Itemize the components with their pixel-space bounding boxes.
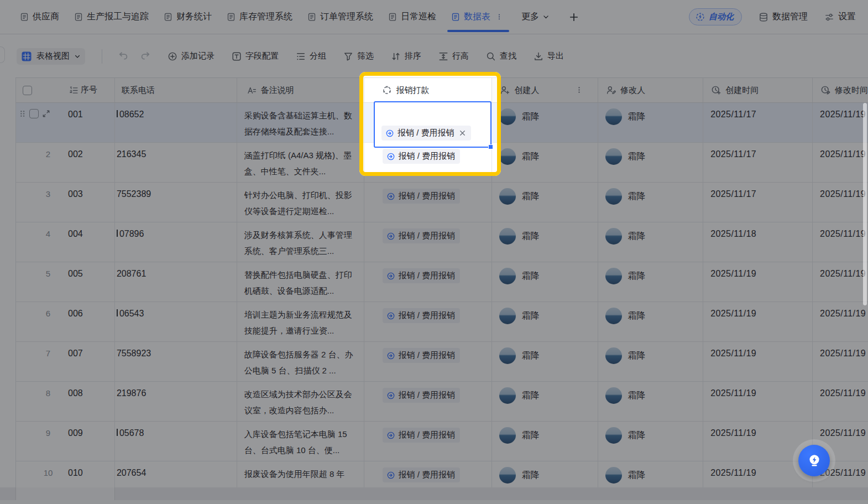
modifier-cell[interactable]: 霜降 xyxy=(598,262,703,302)
creator-cell[interactable]: 霜降 xyxy=(492,382,598,421)
row-checkbox[interactable] xyxy=(29,109,39,118)
link-record-tag[interactable]: 报销 / 费用报销 xyxy=(383,268,461,283)
field-config-button[interactable]: 字段配置 xyxy=(232,51,279,61)
data-management-button[interactable]: 数据管理 xyxy=(759,11,808,23)
expand-record-icon[interactable] xyxy=(42,110,50,118)
payment-cell[interactable]: 报销 / 费用报销 xyxy=(364,183,493,222)
settings-button[interactable]: 设置 xyxy=(824,11,856,23)
link-record-tag[interactable]: 报销 / 费用报销 xyxy=(383,467,461,482)
editor-resize-handle[interactable] xyxy=(488,144,493,149)
remark-cell[interactable]: 替换配件包括电脑硬盘、打印机硒鼓、设备电源适配... xyxy=(237,262,364,302)
modified-time-cell[interactable]: 2025/11/19 xyxy=(813,143,868,182)
created-time-cell[interactable]: 2025/11/17 xyxy=(703,183,813,222)
undo-button[interactable] xyxy=(118,51,128,61)
tab-orders[interactable]: 订单管理系统 xyxy=(307,11,373,23)
payment-cell[interactable]: 报销 / 费用报销 xyxy=(364,262,493,302)
created-time-cell[interactable]: 2025/11/19 xyxy=(703,422,813,461)
tab-finance[interactable]: 财务统计 xyxy=(164,11,212,23)
modified-time-cell[interactable]: 2025/11/19 xyxy=(813,302,868,341)
row-head-cell[interactable]: 4 004 xyxy=(16,222,115,262)
phone-cell[interactable]: 05678 xyxy=(115,422,237,461)
export-button[interactable]: 导出 xyxy=(534,51,564,61)
remark-cell[interactable]: 涉及财务核算系统、人事管理系统、客户管理系统三... xyxy=(237,222,364,262)
header-serial-column[interactable]: 序号 xyxy=(16,78,115,102)
payment-cell[interactable]: 报销 / 费用报销 xyxy=(364,143,493,182)
phone-cell[interactable]: 07896 xyxy=(115,222,237,262)
link-record-tag[interactable]: 报销 / 费用报销 xyxy=(383,388,461,403)
link-record-tag[interactable]: 报销 / 费用报销 xyxy=(383,228,461,243)
created-time-cell[interactable]: 2025/11/17 xyxy=(703,103,813,142)
modified-time-cell[interactable]: 2025/11/19 xyxy=(813,222,868,262)
phone-cell[interactable]: 7558923 xyxy=(115,342,237,381)
remark-cell[interactable]: 改造区域为技术部办公区及会议室，改造内容包括办... xyxy=(237,382,364,421)
modifier-cell[interactable]: 霜降 xyxy=(598,222,703,262)
redo-button[interactable] xyxy=(140,51,151,61)
creator-cell[interactable]: 霜降 xyxy=(492,461,598,487)
payment-cell[interactable]: 报销 / 费用报销 xyxy=(364,382,493,421)
sort-button[interactable]: 排序 xyxy=(391,51,421,61)
modifier-cell[interactable]: 霜降 xyxy=(598,103,703,142)
link-record-tag[interactable]: 报销 / 费用报销 xyxy=(383,348,461,363)
tab-supplier[interactable]: 供应商 xyxy=(20,11,59,23)
created-time-cell[interactable]: 2025/11/19 xyxy=(703,262,813,302)
remark-cell[interactable]: 针对办公电脑、打印机、投影仪等设备进行定期巡检... xyxy=(237,183,364,222)
view-switcher[interactable]: 表格视图 xyxy=(17,48,85,65)
remove-tag-icon[interactable] xyxy=(459,129,466,137)
modified-time-cell[interactable]: 2025/11/19 xyxy=(813,342,868,381)
remark-cell[interactable]: 培训主题为新业务流程规范及技能提升，邀请行业资... xyxy=(237,302,364,341)
creator-cell[interactable]: 霜降 xyxy=(492,302,598,341)
phone-cell[interactable]: 7552389 xyxy=(115,183,237,222)
tab-inspection[interactable]: 日常巡检 xyxy=(388,11,436,23)
add-table-button[interactable] xyxy=(569,12,579,22)
phone-cell[interactable]: 06543 xyxy=(115,302,237,341)
modifier-cell[interactable]: 霜降 xyxy=(598,302,703,341)
creator-cell[interactable]: 霜降 xyxy=(492,103,598,142)
group-button[interactable]: 分组 xyxy=(296,51,326,61)
payment-cell[interactable]: 报销 / 费用报销 xyxy=(364,302,493,341)
row-head-cell[interactable]: 8 008 xyxy=(16,382,115,421)
drag-handle-icon[interactable] xyxy=(19,110,26,118)
select-all-checkbox[interactable] xyxy=(23,86,32,95)
header-creator-column[interactable]: 创建人 xyxy=(492,78,598,102)
row-height-button[interactable]: 行高 xyxy=(438,51,469,61)
creator-cell[interactable]: 霜降 xyxy=(492,342,598,381)
creator-cell[interactable]: 霜降 xyxy=(492,183,598,222)
modifier-cell[interactable]: 霜降 xyxy=(598,382,703,421)
modifier-cell[interactable]: 霜降 xyxy=(598,342,703,381)
row-head-cell[interactable]: 9 009 xyxy=(16,422,115,461)
row-head-cell[interactable]: 2 002 xyxy=(16,143,115,182)
header-remark-column[interactable]: 备注说明 xyxy=(237,78,364,102)
add-record-button[interactable]: 添加记录 xyxy=(168,51,215,61)
header-phone-column[interactable]: 联系电话 xyxy=(115,78,237,102)
created-time-cell[interactable]: 2025/11/19 xyxy=(703,382,813,421)
modifier-cell[interactable]: 霜降 xyxy=(598,183,703,222)
more-tabs-button[interactable]: 更多 xyxy=(521,11,550,23)
tab-inventory[interactable]: 库存管理系统 xyxy=(227,11,292,23)
payment-cell[interactable]: 报销 / 费用报销 xyxy=(364,342,493,381)
link-record-tag[interactable]: 报销 / 费用报销 xyxy=(383,149,461,164)
phone-cell[interactable]: 216345 xyxy=(115,143,237,182)
payment-cell-editor[interactable]: 报销 / 费用报销 xyxy=(374,101,491,148)
link-record-tag[interactable]: 报销 / 费用报销 xyxy=(383,428,461,443)
remark-cell[interactable]: 故障设备包括服务器 2 台、办公电脑 5 台、扫描仪 2 ... xyxy=(237,342,364,381)
assistant-fab-button[interactable] xyxy=(798,445,830,476)
header-created-time-column[interactable]: 创建时间 xyxy=(703,78,813,102)
remark-cell[interactable]: 报废设备为使用年限超 8 年 xyxy=(237,461,364,487)
link-record-tag[interactable]: 报销 / 费用报销 xyxy=(383,308,461,323)
creator-cell[interactable]: 霜降 xyxy=(492,262,598,302)
modified-time-cell[interactable]: 2025/11/19 xyxy=(813,262,868,302)
remark-cell[interactable]: 涵盖打印纸 (A4/A3 规格)、墨盒、中性笔、文件夹... xyxy=(237,143,364,182)
remark-cell[interactable]: 采购设备含基础运算主机、数据存储终端及配套连接... xyxy=(237,103,364,142)
created-time-cell[interactable]: 2025/11/18 xyxy=(703,222,813,262)
created-time-cell[interactable]: 2025/11/17 xyxy=(703,143,813,182)
phone-cell[interactable]: 08652 xyxy=(115,103,237,142)
header-payment-column[interactable]: 报销打款 xyxy=(364,78,493,102)
modified-time-cell[interactable]: 2025/11/19 xyxy=(813,103,868,142)
modified-time-cell[interactable]: 2025/11/19 xyxy=(813,382,868,421)
row-head-cell[interactable]: 5 005 xyxy=(16,262,115,302)
phone-cell[interactable]: 207654 xyxy=(115,461,237,487)
created-time-cell[interactable]: 2025/11/19 xyxy=(703,461,813,487)
payment-cell[interactable]: 报销 / 费用报销 xyxy=(364,461,493,487)
vertical-scrollbar-thumb[interactable] xyxy=(863,103,867,305)
link-record-tag[interactable]: 报销 / 费用报销 xyxy=(383,189,461,204)
